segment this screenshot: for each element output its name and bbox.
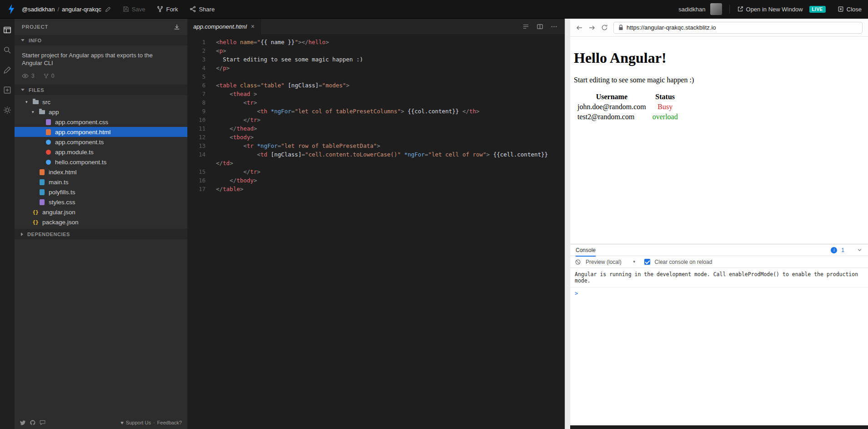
code-line-12[interactable]: 12 <tbody>	[187, 133, 565, 141]
cell-username: john.doe@random.com	[575, 102, 649, 111]
table-header-username: Username	[575, 92, 649, 101]
ts-file-icon	[38, 189, 45, 195]
folder-arrow-icon[interactable]: ▾	[32, 110, 38, 114]
avatar[interactable]	[710, 3, 722, 15]
code-line-3[interactable]: 3 Start editing to see some magic happen…	[187, 55, 565, 64]
stackblitz-logo-icon[interactable]	[6, 4, 16, 14]
files-section-header[interactable]: FILES	[15, 85, 187, 95]
user-handle[interactable]: @sadidkhan	[22, 6, 55, 13]
file-item-app[interactable]: ▾app	[15, 107, 187, 117]
code-line-13[interactable]: 13 <tr *ngFor="let row of tablePresetDat…	[187, 141, 565, 150]
file-item-app.component.ts[interactable]: app.component.ts	[15, 137, 187, 147]
chat-icon[interactable]	[40, 420, 45, 425]
edit-project-name-icon[interactable]	[105, 6, 111, 12]
file-item-index.html[interactable]: index.html	[15, 167, 187, 177]
settings-gear-icon[interactable]	[3, 106, 11, 114]
close-tab-icon[interactable]: ×	[251, 23, 255, 30]
word-wrap-icon[interactable]	[522, 23, 529, 30]
file-item-hello.component.ts[interactable]: hello.component.ts	[15, 157, 187, 167]
line-number: 7	[187, 90, 206, 98]
code-line-text: <tbody>	[206, 133, 254, 141]
file-item-src[interactable]: ▾src	[15, 97, 187, 107]
refresh-icon[interactable]	[601, 24, 608, 31]
code-line-1[interactable]: 1<hello name="{{ name }}"></hello>	[187, 38, 565, 46]
open-new-window-button[interactable]: Open in New Window LIVE	[737, 6, 826, 13]
more-options-icon[interactable]	[551, 23, 557, 30]
feedback-link[interactable]: Feedback?	[157, 420, 182, 425]
save-icon	[123, 6, 129, 12]
code-line-7[interactable]: 7 <thead >	[187, 90, 565, 98]
file-item-app.module.ts[interactable]: app.module.ts	[15, 147, 187, 157]
save-button[interactable]: Save	[123, 6, 146, 13]
file-label: app.component.css	[55, 119, 108, 126]
pen-icon[interactable]	[3, 66, 11, 74]
code-line-2[interactable]: 2<p>	[187, 46, 565, 55]
back-icon[interactable]	[576, 24, 583, 31]
code-line-5[interactable]: 5	[187, 72, 565, 81]
forks-count: 0	[51, 73, 55, 79]
project-files-icon[interactable]	[3, 26, 11, 34]
code-line-17[interactable]: 17</table>	[187, 185, 565, 193]
forward-icon[interactable]	[588, 24, 596, 31]
ports-icon[interactable]	[3, 86, 11, 94]
console-prompt[interactable]: >	[570, 288, 868, 299]
code-editor[interactable]: 1<hello name="{{ name }}"></hello>2<p>3 …	[187, 34, 565, 193]
component-file-icon	[45, 159, 52, 165]
project-description: Starter project for Angular apps that ex…	[22, 51, 172, 67]
project-panel-header: PROJECT	[15, 19, 187, 35]
close-button[interactable]: Close	[838, 6, 862, 13]
code-line-9[interactable]: 9 <th *ngFor="let col of tablePresetColu…	[187, 107, 565, 116]
lock-icon	[618, 25, 623, 30]
file-item-package.json[interactable]: {}package.json	[15, 217, 187, 227]
file-item-app.component.css[interactable]: app.component.css	[15, 117, 187, 127]
split-view-icon[interactable]	[537, 23, 543, 30]
search-icon[interactable]	[3, 46, 11, 54]
code-line-text: </thead>	[206, 124, 257, 133]
file-item-styles.css[interactable]: styles.css	[15, 197, 187, 207]
code-line-6[interactable]: 6<table class="table" [ngClass]="modes">	[187, 81, 565, 90]
line-number: 16	[187, 176, 206, 185]
file-item-app.component.html[interactable]: app.component.html	[15, 127, 187, 137]
cell-status: Busy	[650, 102, 681, 111]
share-button[interactable]: Share	[190, 6, 215, 13]
code-line-14[interactable]: 14 <td [ngClass]="cell.content.toLowerCa…	[187, 150, 565, 159]
username[interactable]: sadidkhan	[678, 6, 705, 13]
code-line-16[interactable]: 16 </tbody>	[187, 176, 565, 185]
file-item-angular.json[interactable]: {}angular.json	[15, 207, 187, 217]
code-line-10[interactable]: 10 </tr>	[187, 116, 565, 124]
table-header-status: Status	[650, 92, 681, 101]
code-line-15[interactable]: 15 </tr>	[187, 167, 565, 176]
url-bar[interactable]: https://angular-qrakqc.stackblitz.io	[613, 22, 863, 34]
github-icon[interactable]	[30, 420, 35, 425]
code-line-8[interactable]: 8 <tr>	[187, 98, 565, 107]
download-project-icon[interactable]	[174, 24, 180, 30]
preview-table: UsernameStatus john.doe@random.comBusyte…	[574, 91, 682, 122]
file-item-main.ts[interactable]: main.ts	[15, 177, 187, 187]
twitter-icon[interactable]	[20, 420, 26, 425]
cell-username: test2@random.com	[575, 112, 649, 121]
code-line-4[interactable]: 4</p>	[187, 64, 565, 72]
editor-preview-splitter[interactable]	[565, 19, 570, 429]
fork-button[interactable]: Fork	[157, 6, 178, 13]
folder-arrow-icon[interactable]: ▾	[25, 100, 32, 104]
code-line-text: </p>	[206, 64, 230, 72]
console-context-dropdown[interactable]: Preview (local) ▼	[586, 259, 636, 265]
share-icon	[190, 6, 196, 12]
file-item-polyfills.ts[interactable]: polyfills.ts	[15, 187, 187, 197]
topbar: @sadidkhan / angular-qrakqc Save Fork Sh…	[0, 0, 868, 19]
collapse-console-icon[interactable]	[857, 247, 863, 253]
preview-table-header-row: UsernameStatus	[575, 92, 681, 101]
console-tab[interactable]: Console	[576, 244, 596, 256]
dependencies-section-header[interactable]: DEPENDENCIES	[15, 229, 187, 239]
topbar-divider	[729, 5, 730, 14]
forks-icon	[44, 73, 49, 79]
project-panel-title: PROJECT	[22, 24, 48, 30]
code-line-11[interactable]: 11 </thead>	[187, 124, 565, 133]
line-number: 1	[187, 38, 206, 46]
code-line-14w[interactable]: </td>	[187, 159, 565, 167]
support-us-link[interactable]: Support Us	[126, 420, 151, 425]
tab-app-component-html[interactable]: app.component.html ×	[187, 19, 261, 34]
clear-console-icon[interactable]	[575, 259, 581, 265]
info-section-header[interactable]: INFO	[15, 35, 187, 45]
clear-on-reload-checkbox[interactable]	[644, 259, 650, 265]
